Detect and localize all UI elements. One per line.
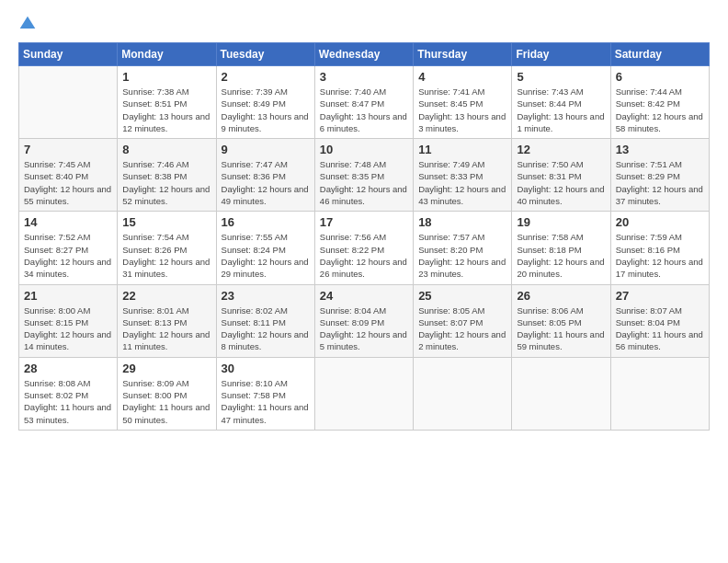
day-number: 11 (418, 143, 506, 156)
calendar-cell: 10Sunrise: 7:48 AMSunset: 8:35 PMDayligh… (314, 139, 413, 212)
day-info: Sunrise: 8:08 AMSunset: 8:02 PMDaylight:… (24, 377, 112, 426)
day-of-week-header: Sunday (19, 43, 118, 66)
day-number: 2 (222, 70, 310, 84)
day-of-week-header: Tuesday (216, 43, 314, 66)
page-header (18, 15, 710, 33)
calendar-cell: 5Sunrise: 7:43 AMSunset: 8:44 PMDaylight… (512, 66, 610, 139)
calendar-cell: 29Sunrise: 8:09 AMSunset: 8:00 PMDayligh… (118, 357, 216, 430)
day-info: Sunrise: 7:55 AMSunset: 8:24 PMDaylight:… (222, 231, 310, 280)
day-info: Sunrise: 7:46 AMSunset: 8:38 PMDaylight:… (122, 158, 210, 207)
calendar-cell: 18Sunrise: 7:57 AMSunset: 8:20 PMDayligh… (414, 212, 512, 284)
day-info: Sunrise: 7:45 AMSunset: 8:40 PMDaylight:… (24, 158, 112, 207)
calendar-cell: 17Sunrise: 7:56 AMSunset: 8:22 PMDayligh… (314, 212, 413, 284)
day-info: Sunrise: 7:48 AMSunset: 8:35 PMDaylight:… (320, 158, 408, 207)
calendar-cell: 6Sunrise: 7:44 AMSunset: 8:42 PMDaylight… (610, 66, 709, 139)
calendar-cell: 12Sunrise: 7:50 AMSunset: 8:31 PMDayligh… (512, 139, 610, 212)
day-info: Sunrise: 7:57 AMSunset: 8:20 PMDaylight:… (418, 231, 506, 280)
day-info: Sunrise: 8:05 AMSunset: 8:07 PMDaylight:… (418, 304, 506, 353)
day-number: 21 (24, 289, 112, 303)
day-number: 17 (320, 215, 408, 229)
day-info: Sunrise: 7:40 AMSunset: 8:47 PMDaylight:… (320, 86, 408, 134)
day-number: 8 (122, 143, 210, 156)
calendar-cell: 26Sunrise: 8:06 AMSunset: 8:05 PMDayligh… (512, 284, 610, 357)
day-info: Sunrise: 7:59 AMSunset: 8:16 PMDaylight:… (616, 231, 704, 280)
day-info: Sunrise: 7:56 AMSunset: 8:22 PMDaylight:… (320, 231, 408, 280)
calendar-week-row: 1Sunrise: 7:38 AMSunset: 8:51 PMDaylight… (19, 66, 710, 139)
day-number: 12 (517, 143, 605, 156)
day-of-week-header: Monday (118, 43, 216, 66)
calendar-cell (314, 357, 413, 430)
day-number: 10 (320, 143, 408, 156)
calendar-cell (19, 66, 118, 139)
calendar-cell: 7Sunrise: 7:45 AMSunset: 8:40 PMDaylight… (19, 139, 118, 212)
day-info: Sunrise: 8:02 AMSunset: 8:11 PMDaylight:… (222, 304, 310, 353)
day-number: 18 (418, 215, 506, 229)
calendar-week-row: 21Sunrise: 8:00 AMSunset: 8:15 PMDayligh… (19, 284, 710, 357)
calendar-cell (512, 357, 610, 430)
day-info: Sunrise: 7:39 AMSunset: 8:49 PMDaylight:… (222, 86, 310, 134)
day-of-week-header: Wednesday (314, 43, 413, 66)
calendar-cell: 16Sunrise: 7:55 AMSunset: 8:24 PMDayligh… (216, 212, 314, 284)
day-number: 29 (122, 362, 210, 375)
day-info: Sunrise: 7:49 AMSunset: 8:33 PMDaylight:… (418, 158, 506, 207)
day-info: Sunrise: 8:07 AMSunset: 8:04 PMDaylight:… (616, 304, 704, 353)
day-info: Sunrise: 8:10 AMSunset: 7:58 PMDaylight:… (222, 377, 310, 426)
day-info: Sunrise: 7:54 AMSunset: 8:26 PMDaylight:… (122, 231, 210, 280)
day-number: 23 (222, 289, 310, 303)
day-of-week-header: Friday (512, 43, 610, 66)
calendar-cell: 11Sunrise: 7:49 AMSunset: 8:33 PMDayligh… (414, 139, 512, 212)
calendar-cell: 27Sunrise: 8:07 AMSunset: 8:04 PMDayligh… (610, 284, 709, 357)
calendar-cell: 8Sunrise: 7:46 AMSunset: 8:38 PMDaylight… (118, 139, 216, 212)
calendar-cell: 30Sunrise: 8:10 AMSunset: 7:58 PMDayligh… (216, 357, 314, 430)
calendar-table: SundayMondayTuesdayWednesdayThursdayFrid… (18, 42, 710, 431)
day-number: 20 (616, 215, 704, 229)
day-info: Sunrise: 7:44 AMSunset: 8:42 PMDaylight:… (616, 86, 704, 134)
day-number: 13 (616, 143, 704, 156)
calendar-cell: 24Sunrise: 8:04 AMSunset: 8:09 PMDayligh… (314, 284, 413, 357)
svg-marker-0 (20, 17, 36, 29)
day-number: 25 (418, 289, 506, 303)
day-number: 7 (24, 143, 112, 156)
calendar-week-row: 28Sunrise: 8:08 AMSunset: 8:02 PMDayligh… (19, 357, 710, 430)
day-info: Sunrise: 8:06 AMSunset: 8:05 PMDaylight:… (517, 304, 605, 353)
calendar-cell: 9Sunrise: 7:47 AMSunset: 8:36 PMDaylight… (216, 139, 314, 212)
logo-icon (18, 15, 37, 33)
day-info: Sunrise: 8:04 AMSunset: 8:09 PMDaylight:… (320, 304, 408, 353)
calendar-cell: 23Sunrise: 8:02 AMSunset: 8:11 PMDayligh… (216, 284, 314, 357)
day-info: Sunrise: 8:00 AMSunset: 8:15 PMDaylight:… (24, 304, 112, 353)
calendar-cell: 19Sunrise: 7:58 AMSunset: 8:18 PMDayligh… (512, 212, 610, 284)
calendar-cell: 28Sunrise: 8:08 AMSunset: 8:02 PMDayligh… (19, 357, 118, 430)
calendar-header-row: SundayMondayTuesdayWednesdayThursdayFrid… (19, 43, 710, 66)
calendar-cell: 21Sunrise: 8:00 AMSunset: 8:15 PMDayligh… (19, 284, 118, 357)
calendar-cell: 1Sunrise: 7:38 AMSunset: 8:51 PMDaylight… (118, 66, 216, 139)
day-number: 1 (122, 70, 210, 84)
day-number: 3 (320, 70, 408, 84)
calendar-cell: 14Sunrise: 7:52 AMSunset: 8:27 PMDayligh… (19, 212, 118, 284)
day-of-week-header: Saturday (610, 43, 709, 66)
day-number: 5 (517, 70, 605, 84)
calendar-cell: 20Sunrise: 7:59 AMSunset: 8:16 PMDayligh… (610, 212, 709, 284)
day-number: 26 (517, 289, 605, 303)
day-number: 22 (122, 289, 210, 303)
day-info: Sunrise: 7:41 AMSunset: 8:45 PMDaylight:… (418, 86, 506, 134)
day-number: 30 (222, 362, 310, 375)
calendar-week-row: 7Sunrise: 7:45 AMSunset: 8:40 PMDaylight… (19, 139, 710, 212)
calendar-cell: 3Sunrise: 7:40 AMSunset: 8:47 PMDaylight… (314, 66, 413, 139)
day-number: 16 (222, 215, 310, 229)
calendar-cell: 4Sunrise: 7:41 AMSunset: 8:45 PMDaylight… (414, 66, 512, 139)
day-number: 28 (24, 362, 112, 375)
day-info: Sunrise: 7:47 AMSunset: 8:36 PMDaylight:… (222, 158, 310, 207)
day-info: Sunrise: 7:51 AMSunset: 8:29 PMDaylight:… (616, 158, 704, 207)
day-info: Sunrise: 7:58 AMSunset: 8:18 PMDaylight:… (517, 231, 605, 280)
day-info: Sunrise: 8:01 AMSunset: 8:13 PMDaylight:… (122, 304, 210, 353)
calendar-cell: 22Sunrise: 8:01 AMSunset: 8:13 PMDayligh… (118, 284, 216, 357)
day-number: 14 (24, 215, 112, 229)
day-number: 9 (222, 143, 310, 156)
day-number: 6 (616, 70, 704, 84)
calendar-cell (414, 357, 512, 430)
day-number: 24 (320, 289, 408, 303)
calendar-week-row: 14Sunrise: 7:52 AMSunset: 8:27 PMDayligh… (19, 212, 710, 284)
day-number: 27 (616, 289, 704, 303)
day-number: 19 (517, 215, 605, 229)
calendar-cell: 2Sunrise: 7:39 AMSunset: 8:49 PMDaylight… (216, 66, 314, 139)
